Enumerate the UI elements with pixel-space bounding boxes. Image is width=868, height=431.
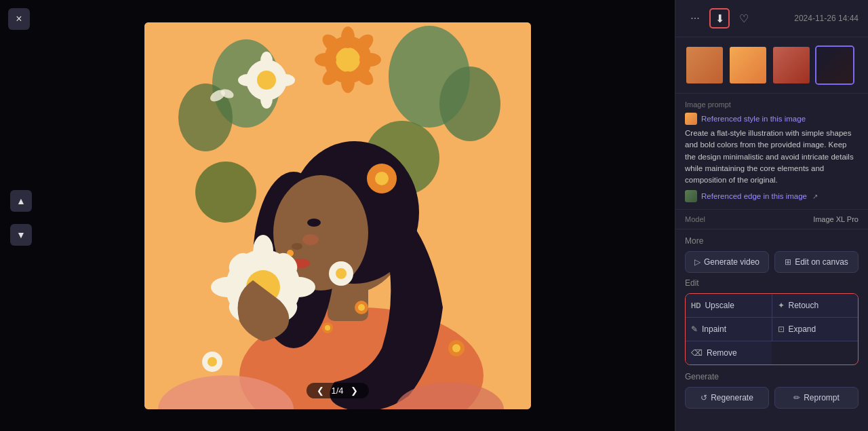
inpaint-icon: ✎ [691,324,698,334]
nav-up-button[interactable]: ▲ [10,190,32,212]
svg-point-41 [336,268,347,279]
right-panel: ··· ⬇ ♡ 2024-11-26 14:44 [675,0,868,431]
reprompt-label: Reprompt [804,393,840,402]
ref-avatar [685,190,697,202]
thumbnail-strip [675,37,868,94]
svg-point-9 [315,53,336,67]
thumbnail-4[interactable] [815,45,854,85]
prompt-label: Image prompt [685,100,859,109]
svg-point-51 [283,277,315,297]
reprompt-icon: ✏ [793,393,800,402]
more-options-button[interactable]: ··· [685,8,705,29]
prev-image-button[interactable]: ❮ [315,386,326,396]
svg-point-45 [325,325,330,331]
svg-point-48 [253,235,273,267]
main-image [144,22,531,409]
generate-title: Generate [685,372,859,381]
chevron-down-icon: ▼ [16,229,26,240]
next-image-button[interactable]: ❯ [349,386,359,396]
model-value: Image XL Pro [813,215,859,223]
svg-point-18 [260,90,273,109]
inpaint-label: Inpaint [702,324,726,334]
edit-row-1: HD Upscale ✦ Retouch [686,294,858,318]
bookmark-button[interactable]: ♡ [734,8,754,29]
regenerate-icon: ↺ [701,393,707,402]
image-container: ❮ 1/4 ❯ [144,22,531,409]
edit-on-canvas-button[interactable]: ⊞ Edit on canvas [774,251,859,273]
bookmark-icon: ♡ [739,12,749,25]
remove-button[interactable]: ⌫ Remove [686,341,772,364]
edit-row-3: ⌫ Remove [686,341,858,364]
ref-link-icon: ↗ [812,193,818,200]
expand-icon: ⊡ [778,324,785,334]
image-counter: ❮ 1/4 ❯ [306,383,368,398]
prompt-link[interactable]: Referenced style in this image [701,115,806,123]
svg-point-43 [358,304,365,311]
edit-on-canvas-label: Edit on canvas [795,257,848,267]
edit-row-2: ✎ Inpaint ⊡ Expand [686,318,858,341]
ref-row: Referenced edge in this image ↗ [685,190,859,202]
retouch-button[interactable]: ✦ Retouch [772,294,859,317]
generate-actions-row: ↺ Regenerate ✏ Reprompt [685,387,859,409]
prompt-header: Referenced style in this image [685,113,859,125]
regenerate-button[interactable]: ↺ Regenerate [685,387,769,409]
counter-text: 1/4 [331,386,343,396]
svg-point-20 [276,74,295,86]
more-section: More ▷ Generate video ⊞ Edit on canvas E… [675,229,868,415]
svg-point-8 [341,71,355,93]
upscale-icon: HD [691,302,701,310]
timestamp: 2024-11-26 14:44 [794,14,859,23]
svg-point-35 [309,219,319,223]
svg-point-22 [195,162,256,223]
prompt-body: Create a flat-style illustration with si… [685,128,859,186]
more-icon: ··· [690,12,699,24]
svg-point-19 [238,74,257,86]
svg-point-50 [211,277,243,297]
retouch-icon: ✦ [778,301,785,310]
edit-grid: HD Upscale ✦ Retouch ✎ Inpaint ⊡ [685,293,859,365]
svg-point-39 [375,172,389,185]
nav-down-button[interactable]: ▼ [10,224,32,246]
close-icon: × [16,13,22,25]
retouch-label: Retouch [789,301,819,310]
video-icon: ▷ [694,257,701,267]
remove-label: Remove [707,348,737,358]
svg-point-10 [359,53,381,67]
ref-link[interactable]: Referenced edge in this image [701,192,807,200]
edit-title: Edit [685,278,859,288]
svg-point-7 [341,26,355,48]
svg-point-36 [302,234,319,245]
thumbnail-2[interactable] [728,45,768,85]
more-title: More [685,236,859,246]
more-actions-row: ▷ Generate video ⊞ Edit on canvas [685,251,859,273]
svg-point-2 [439,67,500,141]
panel-header: ··· ⬇ ♡ 2024-11-26 14:44 [675,0,868,37]
model-section: Model Image XL Pro [675,210,868,229]
image-panel: ❮ 1/4 ❯ [0,0,675,431]
prompt-avatar [685,113,697,125]
expand-button[interactable]: ⊡ Expand [772,318,859,341]
thumbnail-3[interactable] [772,45,811,85]
upscale-label: Upscale [705,301,734,310]
generate-video-button[interactable]: ▷ Generate video [685,251,769,273]
canvas-icon: ⊞ [785,257,791,267]
download-button[interactable]: ⬇ [709,8,730,29]
prompt-section: Image prompt Referenced style in this im… [675,94,868,210]
expand-label: Expand [789,324,816,334]
download-icon: ⬇ [715,12,724,25]
remove-icon: ⌫ [691,348,703,358]
svg-point-6 [336,48,360,72]
header-actions: ··· ⬇ ♡ [685,8,754,29]
thumbnail-1[interactable] [685,45,724,85]
svg-point-59 [208,357,217,367]
model-label: Model [685,215,705,223]
svg-point-16 [257,71,276,90]
svg-point-17 [260,52,273,71]
regenerate-label: Regenerate [711,393,753,402]
reprompt-button[interactable]: ✏ Reprompt [774,387,859,409]
close-button[interactable]: × [8,8,30,30]
generate-video-label: Generate video [704,257,760,267]
upscale-button[interactable]: HD Upscale [686,294,772,317]
svg-point-32 [292,243,302,250]
inpaint-button[interactable]: ✎ Inpaint [686,318,772,341]
